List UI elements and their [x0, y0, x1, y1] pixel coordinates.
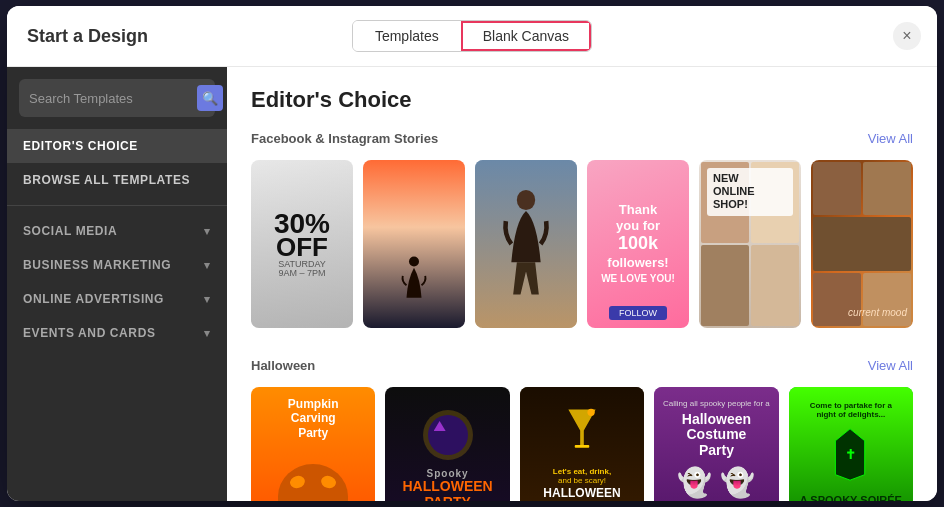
silhouette-icon: [394, 254, 434, 304]
category-label: Online Advertising: [23, 292, 164, 306]
card-pink-text: Thankyou for100kfollowers!WE LOVE YOU!: [591, 192, 685, 296]
search-input[interactable]: [29, 91, 197, 106]
template-card[interactable]: Let's eat, drink, and be scary! HALLOWEE…: [520, 387, 644, 501]
svg-point-0: [409, 257, 419, 267]
card-costume-intro: Calling all spooky people for a: [663, 399, 770, 408]
chevron-down-icon: ▾: [204, 225, 211, 238]
sidebar-category-social-media[interactable]: Social Media ▾: [7, 214, 227, 248]
template-grid-halloween: PumpkinCarvingParty October 31 | 8:00 PM: [251, 387, 913, 501]
sidebar-item-browse-all[interactable]: Browse All Templates: [7, 163, 227, 197]
coffin-icon: ✝: [828, 427, 873, 482]
template-card[interactable]: Come to partake for anight of delights..…: [789, 387, 913, 501]
section-label-halloween: Halloween: [251, 358, 315, 373]
tab-templates[interactable]: Templates: [353, 21, 461, 51]
cta-badge: FOLLOW: [609, 306, 667, 320]
template-card[interactable]: 30% OFF SATURDAY9AM – 7PM: [251, 160, 353, 328]
card-soiree-title: A SPOOKY SOIRÉE: [800, 494, 902, 501]
sidebar: 🔍 Editor's Choice Browse All Templates S…: [7, 67, 227, 501]
section-label-fb: Facebook & Instagram Stories: [251, 131, 438, 146]
svg-point-4: [587, 409, 594, 416]
card-costume-title: HalloweenCostumeParty: [682, 412, 751, 458]
template-grid-fb: 30% OFF SATURDAY9AM – 7PM: [251, 160, 913, 328]
template-card[interactable]: PumpkinCarvingParty October 31 | 8:00 PM: [251, 387, 375, 501]
modal-title: Start a Design: [27, 26, 148, 47]
template-card[interactable]: [475, 160, 577, 328]
modal-header: Start a Design Templates Blank Canvas ×: [7, 6, 937, 67]
start-design-modal: Start a Design Templates Blank Canvas × …: [7, 6, 937, 501]
ghost-icon-2: 👻: [720, 466, 755, 499]
svg-rect-3: [575, 445, 590, 448]
search-icon: 🔍: [202, 91, 218, 106]
view-all-halloween[interactable]: View All: [868, 358, 913, 373]
template-card[interactable]: [363, 160, 465, 328]
tab-blank-canvas[interactable]: Blank Canvas: [461, 21, 591, 51]
card-shop-text: NEWONLINESHOP!: [713, 172, 787, 212]
card-cocktail-text: Let's eat, drink, and be scary! HALLOWEE…: [543, 467, 620, 501]
card-spooky-text: Spooky HALLOWEENPARTY COSTUME FEATURESDA…: [403, 468, 493, 501]
card-off-badge: 30% OFF SATURDAY9AM – 7PM: [274, 210, 330, 278]
chevron-down-icon: ▾: [204, 293, 211, 306]
chevron-down-icon: ▾: [204, 327, 211, 340]
main-content: Editor's Choice Facebook & Instagram Sto…: [227, 67, 937, 501]
sidebar-category-business-marketing[interactable]: Business Marketing ▾: [7, 248, 227, 282]
moon-icon: [434, 421, 446, 431]
template-card[interactable]: Spooky HALLOWEENPARTY COSTUME FEATURESDA…: [385, 387, 509, 501]
sidebar-category-events-cards[interactable]: Events and Cards ▾: [7, 316, 227, 350]
cocktail-icon: [562, 405, 602, 455]
sidebar-category-online-advertising[interactable]: Online Advertising ▾: [7, 282, 227, 316]
modal-body: 🔍 Editor's Choice Browse All Templates S…: [7, 67, 937, 501]
svg-text:✝: ✝: [845, 447, 856, 462]
template-card[interactable]: NEWONLINESHOP!: [699, 160, 801, 328]
template-card[interactable]: current mood: [811, 160, 913, 328]
search-bar: 🔍: [19, 79, 215, 117]
section-header-fb: Facebook & Instagram Stories View All: [251, 131, 913, 146]
chevron-down-icon: ▾: [204, 259, 211, 272]
category-label: Events and Cards: [23, 326, 156, 340]
section-header-halloween: Halloween View All: [251, 358, 913, 373]
view-all-fb[interactable]: View All: [868, 131, 913, 146]
sidebar-divider: [7, 205, 227, 206]
svg-point-1: [517, 190, 535, 210]
tab-group: Templates Blank Canvas: [352, 20, 592, 52]
person-silhouette-icon: [496, 189, 556, 299]
category-label: Business Marketing: [23, 258, 171, 272]
category-label: Social Media: [23, 224, 117, 238]
search-button[interactable]: 🔍: [197, 85, 223, 111]
card-sale-sub: SATURDAY9AM – 7PM: [274, 260, 330, 278]
template-card[interactable]: Thankyou for100kfollowers!WE LOVE YOU! F…: [587, 160, 689, 328]
main-heading: Editor's Choice: [251, 87, 913, 113]
card-collage-label: current mood: [848, 307, 907, 318]
close-button[interactable]: ×: [893, 22, 921, 50]
sidebar-item-editors-choice[interactable]: Editor's Choice: [7, 129, 227, 163]
template-card[interactable]: Calling all spooky people for a Hallowee…: [654, 387, 778, 501]
card-soiree-intro: Come to partake for anight of delights..…: [810, 401, 892, 419]
ghost-icon: 👻: [677, 466, 712, 499]
